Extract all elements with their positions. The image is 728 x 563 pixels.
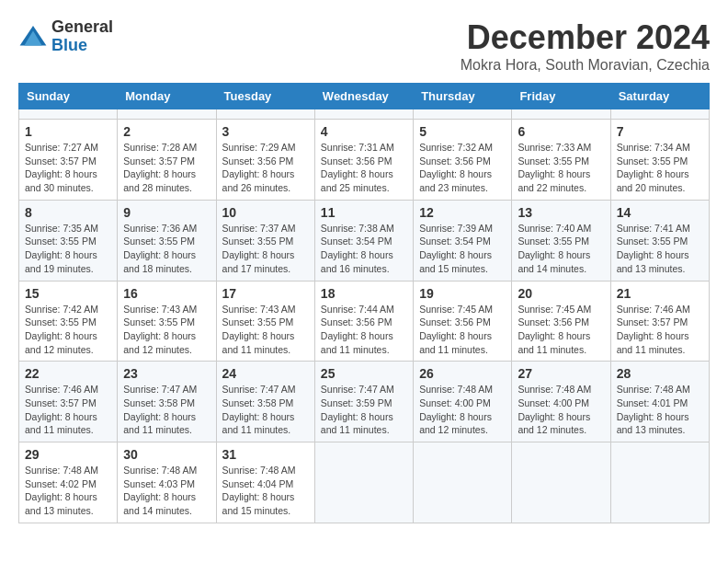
col-monday: Monday bbox=[118, 84, 216, 109]
table-row: 13 Sunrise: 7:40 AM Sunset: 3:55 PM Dayl… bbox=[512, 200, 610, 281]
day-info: Sunrise: 7:48 AM Sunset: 4:04 PM Dayligh… bbox=[222, 464, 309, 518]
day-number: 15 bbox=[25, 286, 111, 301]
day-number: 10 bbox=[222, 205, 309, 220]
daylight-label: Daylight: 8 hours and 20 minutes. bbox=[617, 168, 689, 193]
table-row bbox=[414, 109, 512, 120]
day-info: Sunrise: 7:36 AM Sunset: 3:55 PM Dayligh… bbox=[123, 222, 210, 276]
day-info: Sunrise: 7:43 AM Sunset: 3:55 PM Dayligh… bbox=[222, 303, 309, 357]
day-info: Sunrise: 7:47 AM Sunset: 3:58 PM Dayligh… bbox=[222, 383, 309, 437]
sunrise-label: Sunrise: 7:46 AM bbox=[617, 304, 690, 315]
day-info: Sunrise: 7:27 AM Sunset: 3:57 PM Dayligh… bbox=[25, 141, 111, 195]
table-row: 8 Sunrise: 7:35 AM Sunset: 3:55 PM Dayli… bbox=[19, 200, 118, 281]
col-tuesday: Tuesday bbox=[216, 84, 314, 109]
day-info: Sunrise: 7:48 AM Sunset: 4:01 PM Dayligh… bbox=[617, 383, 703, 437]
sunrise-label: Sunrise: 7:44 AM bbox=[321, 304, 394, 315]
calendar-week-row: 29 Sunrise: 7:48 AM Sunset: 4:02 PM Dayl… bbox=[19, 442, 710, 523]
table-row: 7 Sunrise: 7:34 AM Sunset: 3:55 PM Dayli… bbox=[610, 120, 709, 201]
table-row: 4 Sunrise: 7:31 AM Sunset: 3:56 PM Dayli… bbox=[314, 120, 413, 201]
sunset-label: Sunset: 3:55 PM bbox=[518, 155, 589, 167]
sunrise-label: Sunrise: 7:48 AM bbox=[419, 384, 493, 395]
table-row: 1 Sunrise: 7:27 AM Sunset: 3:57 PM Dayli… bbox=[19, 120, 118, 201]
location-title: Mokra Hora, South Moravian, Czechia bbox=[461, 57, 710, 74]
table-row bbox=[512, 442, 610, 523]
day-number: 7 bbox=[617, 124, 703, 139]
table-row: 31 Sunrise: 7:48 AM Sunset: 4:04 PM Dayl… bbox=[216, 442, 314, 523]
table-row: 24 Sunrise: 7:47 AM Sunset: 3:58 PM Dayl… bbox=[216, 362, 314, 442]
daylight-label: Daylight: 8 hours and 15 minutes. bbox=[222, 491, 295, 516]
daylight-label: Daylight: 8 hours and 11 minutes. bbox=[617, 330, 689, 355]
calendar-header-row: Sunday Monday Tuesday Wednesday Thursday… bbox=[19, 84, 710, 109]
sunset-label: Sunset: 3:57 PM bbox=[25, 397, 97, 408]
sunset-label: Sunset: 3:58 PM bbox=[123, 397, 195, 408]
sunrise-label: Sunrise: 7:38 AM bbox=[321, 223, 394, 234]
sunset-label: Sunset: 3:55 PM bbox=[25, 236, 97, 247]
sunset-label: Sunset: 3:55 PM bbox=[222, 316, 294, 327]
sunrise-label: Sunrise: 7:27 AM bbox=[25, 142, 98, 153]
table-row: 12 Sunrise: 7:39 AM Sunset: 3:54 PM Dayl… bbox=[414, 200, 512, 281]
table-row: 3 Sunrise: 7:29 AM Sunset: 3:56 PM Dayli… bbox=[216, 120, 314, 201]
table-row: 26 Sunrise: 7:48 AM Sunset: 4:00 PM Dayl… bbox=[414, 362, 512, 442]
sunset-label: Sunset: 4:01 PM bbox=[617, 397, 688, 408]
day-number: 24 bbox=[222, 366, 309, 381]
sunset-label: Sunset: 3:57 PM bbox=[25, 155, 97, 167]
sunset-label: Sunset: 3:54 PM bbox=[419, 236, 491, 247]
sunrise-label: Sunrise: 7:43 AM bbox=[222, 304, 296, 315]
daylight-label: Daylight: 8 hours and 19 minutes. bbox=[25, 249, 97, 274]
sunset-label: Sunset: 3:54 PM bbox=[321, 236, 392, 247]
sunrise-label: Sunrise: 7:29 AM bbox=[222, 142, 296, 153]
daylight-label: Daylight: 8 hours and 25 minutes. bbox=[321, 168, 393, 193]
daylight-label: Daylight: 8 hours and 12 minutes. bbox=[123, 330, 196, 355]
daylight-label: Daylight: 8 hours and 14 minutes. bbox=[518, 249, 590, 274]
sunset-label: Sunset: 3:55 PM bbox=[617, 155, 688, 167]
sunrise-label: Sunrise: 7:45 AM bbox=[419, 304, 493, 315]
page-header: General Blue December 2024 Mokra Hora, S… bbox=[18, 18, 710, 74]
day-number: 18 bbox=[321, 286, 407, 301]
calendar-week-row bbox=[19, 109, 710, 120]
table-row: 2 Sunrise: 7:28 AM Sunset: 3:57 PM Dayli… bbox=[118, 120, 216, 201]
day-info: Sunrise: 7:46 AM Sunset: 3:57 PM Dayligh… bbox=[25, 383, 111, 437]
day-info: Sunrise: 7:45 AM Sunset: 3:56 PM Dayligh… bbox=[419, 303, 506, 357]
day-number: 23 bbox=[123, 366, 210, 381]
day-number: 1 bbox=[25, 124, 111, 139]
col-sunday: Sunday bbox=[19, 84, 118, 109]
day-number: 9 bbox=[123, 205, 210, 220]
sunrise-label: Sunrise: 7:33 AM bbox=[518, 142, 591, 153]
logo: General Blue bbox=[18, 18, 113, 55]
day-info: Sunrise: 7:35 AM Sunset: 3:55 PM Dayligh… bbox=[25, 222, 111, 276]
day-info: Sunrise: 7:48 AM Sunset: 4:02 PM Dayligh… bbox=[25, 464, 111, 518]
day-number: 27 bbox=[518, 366, 604, 381]
sunset-label: Sunset: 3:55 PM bbox=[222, 236, 294, 247]
table-row: 14 Sunrise: 7:41 AM Sunset: 3:55 PM Dayl… bbox=[610, 200, 709, 281]
sunset-label: Sunset: 4:03 PM bbox=[123, 478, 195, 489]
day-info: Sunrise: 7:43 AM Sunset: 3:55 PM Dayligh… bbox=[123, 303, 210, 357]
daylight-label: Daylight: 8 hours and 23 minutes. bbox=[419, 168, 492, 193]
sunrise-label: Sunrise: 7:40 AM bbox=[518, 223, 591, 234]
daylight-label: Daylight: 8 hours and 12 minutes. bbox=[518, 411, 590, 436]
logo-text: General Blue bbox=[51, 18, 113, 55]
month-title: December 2024 bbox=[461, 18, 710, 57]
sunrise-label: Sunrise: 7:31 AM bbox=[321, 142, 394, 153]
calendar-week-row: 15 Sunrise: 7:42 AM Sunset: 3:55 PM Dayl… bbox=[19, 281, 710, 362]
day-number: 29 bbox=[25, 447, 111, 462]
day-info: Sunrise: 7:28 AM Sunset: 3:57 PM Dayligh… bbox=[123, 141, 210, 195]
sunset-label: Sunset: 3:57 PM bbox=[617, 316, 688, 327]
table-row: 15 Sunrise: 7:42 AM Sunset: 3:55 PM Dayl… bbox=[19, 281, 118, 362]
table-row bbox=[610, 442, 709, 523]
sunset-label: Sunset: 3:55 PM bbox=[25, 316, 97, 327]
sunrise-label: Sunrise: 7:39 AM bbox=[419, 223, 493, 234]
sunset-label: Sunset: 3:55 PM bbox=[518, 236, 589, 247]
table-row: 20 Sunrise: 7:45 AM Sunset: 3:56 PM Dayl… bbox=[512, 281, 610, 362]
sunrise-label: Sunrise: 7:45 AM bbox=[518, 304, 591, 315]
sunrise-label: Sunrise: 7:48 AM bbox=[222, 465, 296, 476]
sunrise-label: Sunrise: 7:42 AM bbox=[25, 304, 98, 315]
sunset-label: Sunset: 3:56 PM bbox=[321, 316, 392, 327]
col-thursday: Thursday bbox=[414, 84, 512, 109]
day-number: 19 bbox=[419, 286, 506, 301]
calendar-week-row: 8 Sunrise: 7:35 AM Sunset: 3:55 PM Dayli… bbox=[19, 200, 710, 281]
sunrise-label: Sunrise: 7:41 AM bbox=[617, 223, 690, 234]
day-info: Sunrise: 7:48 AM Sunset: 4:00 PM Dayligh… bbox=[518, 383, 604, 437]
sunrise-label: Sunrise: 7:48 AM bbox=[518, 384, 591, 395]
daylight-label: Daylight: 8 hours and 11 minutes. bbox=[321, 411, 393, 436]
day-number: 28 bbox=[617, 366, 703, 381]
table-row bbox=[610, 109, 709, 120]
